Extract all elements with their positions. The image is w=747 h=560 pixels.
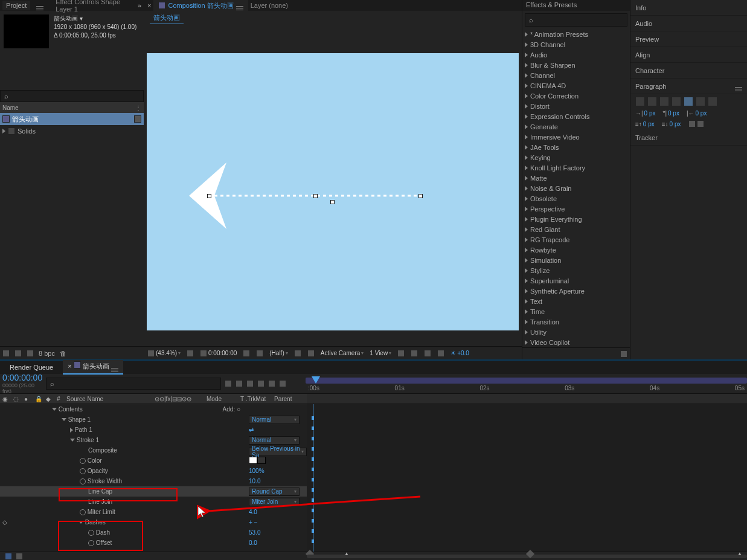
effect-category[interactable]: Color Correction xyxy=(522,91,630,101)
justify-last-left-icon[interactable] xyxy=(672,97,681,106)
row-dash[interactable]: Dash53.0 xyxy=(0,527,307,538)
project-header[interactable]: Name ⋮ xyxy=(0,102,144,113)
fast-icon[interactable] xyxy=(437,350,444,357)
column-menu-icon[interactable]: ⋮ xyxy=(135,105,141,111)
effect-category[interactable]: Time xyxy=(522,306,630,317)
flowchart-icon[interactable] xyxy=(134,115,141,123)
effect-category[interactable]: Stylize xyxy=(522,265,630,275)
effect-category[interactable]: Plugin Everything xyxy=(522,214,630,224)
effect-category[interactable]: Audio xyxy=(522,50,630,60)
interpret-icon[interactable] xyxy=(2,350,10,357)
effect-category[interactable]: Perspective xyxy=(522,204,630,214)
share-icon[interactable] xyxy=(411,350,418,357)
eye-icon[interactable]: ◉ xyxy=(2,396,10,402)
ltr-icon[interactable] xyxy=(688,120,696,127)
rtl-icon[interactable] xyxy=(697,120,704,127)
stopwatch-icon[interactable] xyxy=(80,458,86,464)
project-tab-menu[interactable] xyxy=(36,1,43,10)
row-miter-limit[interactable]: Miter Limit4.0 xyxy=(0,507,307,517)
project-search[interactable]: ⌕ xyxy=(0,90,144,102)
effect-category[interactable]: Superluminal xyxy=(522,275,630,286)
row-shape1[interactable]: Shape 1Normal▾ xyxy=(0,414,307,425)
effect-category[interactable]: Simulation xyxy=(522,255,630,265)
align-left-icon[interactable] xyxy=(635,97,645,106)
effect-category[interactable]: Video Copilot xyxy=(522,337,630,347)
effect-category[interactable]: Synthetic Aperture xyxy=(522,286,630,296)
col-mode[interactable]: Mode xyxy=(207,396,237,402)
new-bin-icon[interactable] xyxy=(620,350,627,358)
3d-icon[interactable] xyxy=(397,350,405,357)
viewer-time[interactable]: 0:00:00:00 xyxy=(208,350,237,356)
tabs-overflow[interactable]: » xyxy=(138,2,141,9)
arrow-shape[interactable] xyxy=(189,159,431,233)
effect-category[interactable]: Transition xyxy=(522,317,630,327)
effect-category[interactable]: Channel xyxy=(522,70,630,80)
effect-category[interactable]: Text xyxy=(522,296,630,306)
vertex-handle[interactable] xyxy=(207,194,211,198)
line-cap-dd[interactable]: Round Cap▾ xyxy=(249,488,300,496)
add-dash-icon[interactable]: + xyxy=(249,519,252,526)
exposure[interactable]: +0.0 xyxy=(457,350,469,356)
col-source-name[interactable]: Source Name xyxy=(66,396,103,402)
effect-category[interactable]: Red Giant xyxy=(522,224,630,234)
bit-depth[interactable]: 8 bpc xyxy=(39,350,55,357)
effect-category[interactable]: 3D Channel xyxy=(522,39,630,50)
col-parent[interactable]: Parent xyxy=(274,396,304,402)
timeline-ruler[interactable]: :00s01s02s 03s04s05s xyxy=(306,374,747,393)
effect-category[interactable]: Keying xyxy=(522,152,630,163)
effect-category[interactable]: Distort xyxy=(522,101,630,111)
justify-all-icon[interactable] xyxy=(708,97,717,106)
effect-category[interactable]: Blur & Sharpen xyxy=(522,60,630,70)
direction-icon[interactable]: ⇄ xyxy=(249,426,254,433)
resolution-dd[interactable]: (Half) xyxy=(269,350,284,356)
panel-menu[interactable] xyxy=(735,82,742,91)
color-swatch[interactable] xyxy=(249,457,257,464)
new-comp-icon[interactable] xyxy=(27,350,34,357)
views-dd[interactable]: 1 View xyxy=(370,350,388,356)
row-contents[interactable]: ContentsAdd: ○ xyxy=(0,404,307,414)
layer-tab[interactable]: Layer (none) xyxy=(251,2,288,9)
resolution-icon[interactable] xyxy=(187,350,194,357)
align-center-icon[interactable] xyxy=(647,97,657,106)
indent-right[interactable]: |← 0 px xyxy=(687,110,707,117)
effect-category[interactable]: * Animation Presets xyxy=(522,29,630,39)
miter-limit-value[interactable]: 4.0 xyxy=(249,509,307,515)
frame-blend-icon[interactable] xyxy=(246,380,254,387)
close-icon[interactable]: × xyxy=(147,2,151,9)
row-offset[interactable]: Offset0.0 xyxy=(0,538,307,548)
row-stroke1[interactable]: Stroke 1Normal▾ xyxy=(0,435,307,445)
panel-info[interactable]: Info xyxy=(630,0,747,16)
project-item-folder[interactable]: Solids xyxy=(0,125,144,137)
stroke-width-value[interactable]: 10.0 xyxy=(249,478,307,484)
effect-category[interactable]: CINEMA 4D xyxy=(522,80,630,91)
effect-category[interactable]: RG Trapcode xyxy=(522,234,630,245)
opacity-value[interactable]: 100 xyxy=(249,468,259,474)
effect-category[interactable]: Obsolete xyxy=(522,193,630,204)
row-line-cap[interactable]: Line CapRound Cap▾ xyxy=(0,486,307,497)
comp-title[interactable]: 箭头动画 ▾ xyxy=(54,14,140,23)
current-time[interactable]: 0:00:00:00 00000 (25.00 fps) xyxy=(0,373,46,394)
row-stroke-width[interactable]: Stroke Width10.0 xyxy=(0,476,307,486)
blend-mode-dd[interactable]: Normal▾ xyxy=(249,436,300,445)
indent-left[interactable]: →| 0 px xyxy=(635,110,656,117)
effect-category[interactable]: Matte xyxy=(522,173,630,183)
comp-tab[interactable]: Composition 箭头动画 xyxy=(153,0,248,11)
justify-last-center-icon[interactable] xyxy=(684,97,693,106)
composition-canvas[interactable] xyxy=(147,53,519,330)
new-folder-icon[interactable] xyxy=(14,350,22,357)
vertex-handle[interactable] xyxy=(313,194,318,198)
panel-character[interactable]: Character xyxy=(630,63,747,79)
row-line-join[interactable]: Line JoinMiter Join▾ xyxy=(0,497,307,507)
snapshot-icon[interactable] xyxy=(243,350,250,357)
row-dashes[interactable]: ◇ Dashes+ − xyxy=(0,517,307,527)
vertex-handle[interactable] xyxy=(330,200,335,204)
stopwatch-icon[interactable] xyxy=(88,530,94,536)
viewer[interactable] xyxy=(144,25,522,346)
panel-tracker[interactable]: Tracker xyxy=(630,130,747,146)
row-color[interactable]: Color xyxy=(0,455,307,466)
toggle-switches-icon[interactable] xyxy=(5,553,12,560)
brain-icon[interactable] xyxy=(279,380,286,387)
eyedropper-icon[interactable] xyxy=(257,457,266,464)
motion-blur-icon[interactable] xyxy=(257,380,264,387)
clock-icon[interactable] xyxy=(200,350,207,357)
